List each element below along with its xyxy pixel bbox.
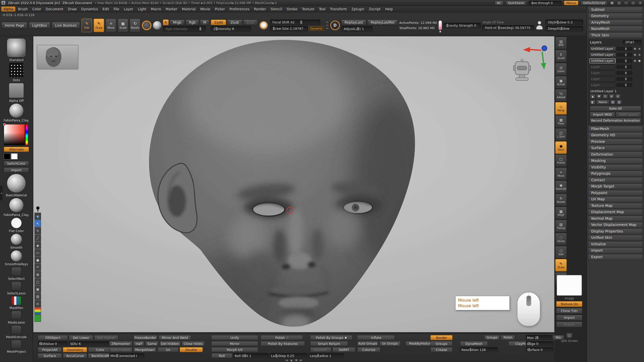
panel-button[interactable]: Surface (38, 353, 62, 358)
picker-tool[interactable] (34, 205, 41, 212)
layer-intensity-slider[interactable] (617, 59, 632, 63)
material-slot[interactable]: MaskPen (4, 296, 29, 310)
panel-button[interactable]: MergeDown (133, 347, 156, 352)
panel-button[interactable]: Color (88, 347, 112, 352)
menu-item[interactable]: Marker (163, 6, 180, 12)
menu-item[interactable]: Picker (213, 6, 227, 12)
panel-button[interactable]: Crease (430, 347, 453, 352)
panel-button[interactable]: Colorize (357, 347, 380, 352)
menu-item[interactable]: Material (180, 6, 198, 12)
layer-tool-button[interactable]: ◧ (590, 100, 595, 105)
record-icon[interactable]: ● (633, 47, 637, 50)
tool-panel-section[interactable]: Import (588, 248, 643, 253)
rgb-button[interactable]: Rgb (186, 20, 199, 25)
menu-item[interactable]: Zplugin (349, 6, 367, 12)
menu-item[interactable]: Preferences (227, 6, 252, 12)
menu-item[interactable]: Texture (300, 6, 316, 12)
layer-tool-button[interactable]: Name (596, 100, 609, 105)
layer-tool-button[interactable]: ▲ (590, 94, 595, 99)
tool-panel-section[interactable]: Preview (588, 139, 643, 145)
shelf-toggle[interactable]: ▦ Floor (555, 115, 567, 128)
panel-button[interactable]: Same (145, 341, 158, 346)
menu-item[interactable]: Zscript (367, 6, 383, 12)
panel-button[interactable]: Polish (261, 335, 303, 340)
tool-panel-section[interactable]: Surface (588, 145, 643, 151)
move-button[interactable]: + Move (106, 19, 116, 32)
shelf-toggle[interactable]: ▣ Actual (555, 76, 567, 88)
shelf-toggle[interactable]: ● Qxyz (555, 141, 567, 154)
brush-slot[interactable]: Dots (4, 63, 29, 82)
material-slot[interactable]: Flat Color (4, 218, 29, 233)
rotate-button[interactable]: ↻ Rotate (130, 19, 140, 32)
panel-button[interactable]: Polish By Groups (310, 335, 352, 340)
panel-button[interactable]: Uv (157, 347, 179, 352)
texture-on-button[interactable]: Texture On (556, 301, 582, 307)
panel-button[interactable]: Del Hidden (159, 341, 181, 346)
dynamic-toggle[interactable]: Dynamic (309, 26, 324, 31)
scale-button[interactable]: ▣ Scale (118, 19, 128, 32)
record-icon[interactable]: ● (633, 59, 637, 62)
picker-tool[interactable]: ↖ (34, 220, 41, 227)
layer-intensity-slider[interactable] (617, 53, 632, 57)
picker-tool[interactable]: ▢ (34, 278, 41, 285)
nav-thumbnail[interactable] (37, 45, 78, 69)
panel-button[interactable]: ZRemesher (109, 341, 132, 346)
maximize-icon[interactable]: ▢ (631, 1, 635, 5)
clone-texture-button[interactable]: Clone Txtr (556, 308, 582, 314)
document-canvas[interactable]: ◉ ↖ ✎ ╱ ◆ ▭ ● ↶ ⊠ ▢ ▣ ▤ ≡ (33, 36, 554, 332)
panel-slider[interactable]: Resolution 128 (460, 347, 498, 352)
seethrough-slider[interactable]: See-through 0 (529, 1, 561, 5)
eye-icon[interactable]: ◉ (638, 59, 641, 62)
tool-panel-section[interactable]: ArrayMesh (588, 20, 643, 25)
slider-spin-buttons[interactable] (326, 21, 329, 30)
brush-slot[interactable]: FabioPaiva_Clay. (4, 104, 29, 122)
shelf-toggle[interactable]: □ Frame (555, 154, 567, 167)
deepshadow-slider[interactable]: DeepShadow (545, 26, 583, 31)
adjust-last-slider[interactable]: AdjustLast 1 (341, 26, 373, 31)
zcut-button[interactable]: Zcut (243, 20, 258, 25)
z-intensity-slider[interactable]: Z Intensity 8 (211, 26, 251, 31)
shelf-toggle[interactable]: ↻ Rotate (555, 194, 567, 206)
menu-item[interactable]: Color (30, 6, 43, 12)
shelf-toggle[interactable]: ✎ Draw (555, 259, 567, 272)
record-deformation-button[interactable]: Record Deformation Animation (590, 118, 641, 123)
brush-slot[interactable]: Alpha Off (4, 83, 29, 103)
menu-item[interactable]: Document (44, 6, 66, 12)
layer-tool-button[interactable]: ⊟ (615, 94, 621, 99)
spix-slider[interactable]: SPix 3 (623, 40, 641, 44)
focal-shift-slider[interactable]: Focal Shift 42 (270, 20, 320, 25)
menu-item[interactable]: Transform (328, 6, 349, 12)
panel-button[interactable]: Morph UV (211, 347, 258, 352)
record-icon[interactable]: ● (633, 53, 637, 56)
panel-button[interactable]: Border (430, 335, 453, 340)
panel-button[interactable]: Polish (501, 335, 515, 340)
shelf-toggle[interactable]: ◇ Persp (555, 102, 567, 115)
nav-arrow[interactable]: ► (299, 359, 303, 362)
import-texture-button[interactable]: Import (556, 315, 582, 321)
picker-tool[interactable]: ↶ (34, 264, 41, 271)
shelf-toggle[interactable]: ◫ L.Sym (555, 128, 567, 141)
menu-item[interactable]: Draw (66, 6, 79, 12)
panel-button[interactable]: FillObject (38, 335, 68, 340)
tool-panel-section[interactable]: Initialize (588, 241, 643, 247)
a-button[interactable]: A (163, 20, 169, 25)
eye-icon[interactable]: ◉ (638, 53, 641, 56)
layer-row[interactable]: Untitled Layer 1 ● ◉ (589, 46, 641, 52)
panel-slider[interactable]: Surface 0 (526, 347, 553, 352)
quicksave-button[interactable]: QuickSave (506, 1, 526, 5)
tool-panel-section[interactable]: Morph Target (588, 184, 643, 189)
panel-button[interactable]: Mirror (211, 341, 258, 346)
shelf-toggle[interactable]: ▨ Transp (555, 220, 567, 232)
picker-tool[interactable]: ▤ (34, 293, 41, 300)
menu-item[interactable]: Edit (100, 6, 111, 12)
alternate-button[interactable]: Alternate (4, 147, 29, 152)
panel-button[interactable]: LazyStep 0.25 (270, 353, 307, 358)
layer-tool-button[interactable]: ▤ (610, 100, 616, 105)
panel-button[interactable]: Auto Groups (357, 341, 378, 346)
camera-icon[interactable] (512, 58, 532, 82)
material-slot[interactable]: FabioPaiva_Clay. (4, 198, 29, 217)
tool-panel-section[interactable]: FiberMesh (588, 126, 643, 132)
replay-last-button[interactable]: ReplayLast (341, 20, 367, 25)
panel-slider[interactable]: Edge 0 (526, 341, 553, 346)
tool-panel-section[interactable]: Displacement Map (588, 209, 643, 215)
